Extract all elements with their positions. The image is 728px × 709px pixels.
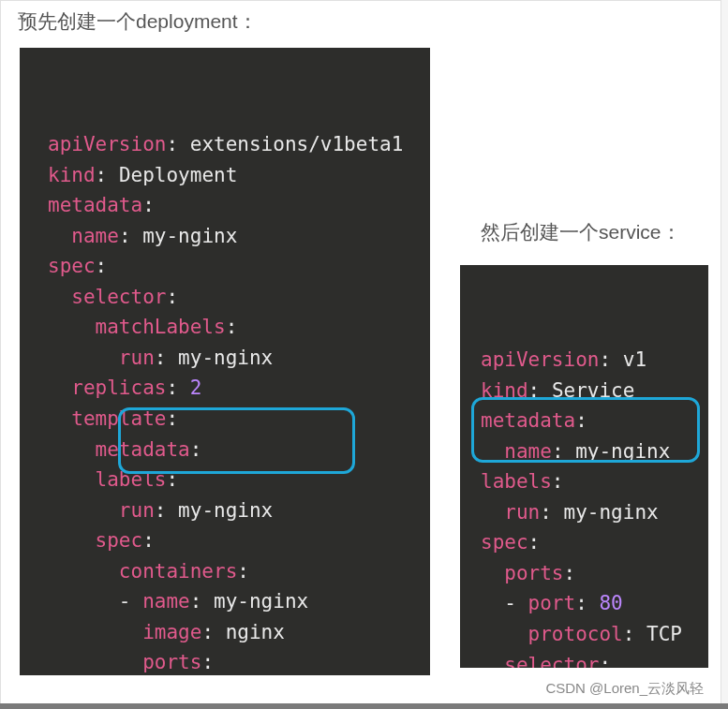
- code-token: replicas: [71, 377, 166, 399]
- code-token: :: [142, 529, 155, 552]
- code-token: :: [623, 623, 646, 645]
- code-token: Service: [552, 379, 635, 402]
- caption-left: 预先创建一个deployment：: [1, 1, 721, 44]
- watermark-text: CSDN @Loren_云淡风轻: [545, 680, 704, 698]
- code-token: [481, 562, 504, 584]
- code-token: [48, 407, 71, 430]
- bottom-bar: [0, 703, 728, 709]
- code-token: run: [119, 347, 155, 369]
- code-token: :: [540, 501, 563, 524]
- code-token: containers: [119, 560, 237, 583]
- code-token: labels: [96, 468, 167, 491]
- code-token: [48, 286, 71, 308]
- code-token: [481, 623, 528, 645]
- code-token: metadata: [481, 409, 575, 432]
- code-token: :: [166, 133, 189, 155]
- code-token: [48, 560, 119, 583]
- code-token: :: [190, 438, 202, 461]
- code-token: [48, 316, 96, 338]
- code-token: protocol: [528, 623, 623, 645]
- code-token: nginx: [226, 621, 285, 643]
- code-token: :: [237, 560, 249, 583]
- code-block-service: apiVersion: v1 kind: Service metadata: n…: [460, 265, 708, 668]
- code-token: :: [190, 590, 214, 613]
- code-token: selector: [504, 654, 599, 668]
- code-token: :: [201, 651, 214, 673]
- code-token: ports: [142, 651, 201, 673]
- code-token: :: [166, 286, 178, 308]
- code-token: [48, 347, 119, 369]
- code-token: my-nginx: [214, 590, 308, 613]
- code-token: [481, 501, 504, 524]
- code-token: template: [71, 407, 166, 430]
- code-token: kind: [48, 164, 96, 186]
- code-token: [48, 651, 142, 673]
- code-token: :: [166, 407, 178, 430]
- code-token: [48, 225, 71, 247]
- code-token: [48, 499, 119, 522]
- code-token: apiVersion: [48, 133, 166, 155]
- code-token: :: [575, 592, 599, 614]
- code-token: :: [599, 348, 622, 371]
- code-token: :: [564, 562, 576, 584]
- code-token: [48, 438, 96, 461]
- code-token: TCP: [646, 623, 682, 645]
- code-token: name: [71, 225, 119, 247]
- code-token: -: [48, 590, 142, 613]
- caption-right: 然后创建一个service：: [464, 212, 698, 255]
- code-token: 80: [599, 592, 622, 614]
- code-token: :: [552, 440, 575, 463]
- code-token: :: [552, 470, 564, 493]
- code-token: 2: [190, 377, 202, 399]
- code-token: my-nginx: [178, 499, 273, 522]
- code-token: my-nginx: [564, 501, 659, 524]
- code-token: spec: [96, 529, 143, 552]
- code-token: :: [96, 164, 119, 186]
- code-token: my-nginx: [142, 225, 237, 247]
- code-token: :: [166, 377, 189, 399]
- code-token: [48, 468, 96, 491]
- code-token: port: [528, 592, 576, 614]
- code-token: :: [166, 468, 178, 491]
- code-token: :: [155, 347, 178, 369]
- code-content: apiVersion: v1 kind: Service metadata: n…: [481, 345, 699, 668]
- code-token: [48, 529, 96, 552]
- code-token: extensions/v1beta1: [190, 133, 404, 155]
- code-token: metadata: [48, 194, 142, 216]
- code-token: selector: [71, 286, 166, 308]
- code-token: v1: [623, 348, 646, 371]
- code-token: Deployment: [119, 164, 237, 186]
- code-token: matchLabels: [96, 316, 226, 338]
- code-token: [48, 377, 71, 399]
- code-token: :: [226, 316, 238, 338]
- code-token: -: [481, 592, 528, 614]
- code-token: spec: [481, 531, 528, 554]
- code-token: :: [201, 621, 225, 643]
- code-token: my-nginx: [178, 347, 273, 369]
- code-token: spec: [48, 255, 96, 277]
- code-token: name: [504, 440, 552, 463]
- code-token: image: [142, 621, 201, 643]
- code-token: :: [528, 379, 552, 402]
- code-token: :: [155, 499, 178, 522]
- code-token: :: [575, 409, 587, 432]
- code-block-deployment: apiVersion: extensions/v1beta1 kind: Dep…: [20, 48, 430, 675]
- code-token: kind: [481, 379, 528, 402]
- code-token: name: [142, 590, 190, 613]
- code-token: metadata: [96, 438, 190, 461]
- code-token: labels: [481, 470, 552, 493]
- code-token: apiVersion: [481, 348, 599, 371]
- code-token: :: [119, 225, 142, 247]
- code-token: ports: [504, 562, 563, 584]
- page-wrap: 预先创建一个deployment： apiVersion: extensions…: [0, 0, 721, 704]
- code-token: [48, 621, 142, 643]
- code-token: run: [504, 501, 540, 524]
- code-token: :: [528, 531, 541, 554]
- code-token: :: [142, 194, 155, 216]
- code-token: my-nginx: [575, 440, 670, 463]
- code-content: apiVersion: extensions/v1beta1 kind: Dep…: [48, 129, 409, 675]
- code-token: :: [96, 255, 108, 277]
- code-token: :: [599, 654, 611, 668]
- code-token: [481, 440, 504, 463]
- code-token: run: [119, 499, 155, 522]
